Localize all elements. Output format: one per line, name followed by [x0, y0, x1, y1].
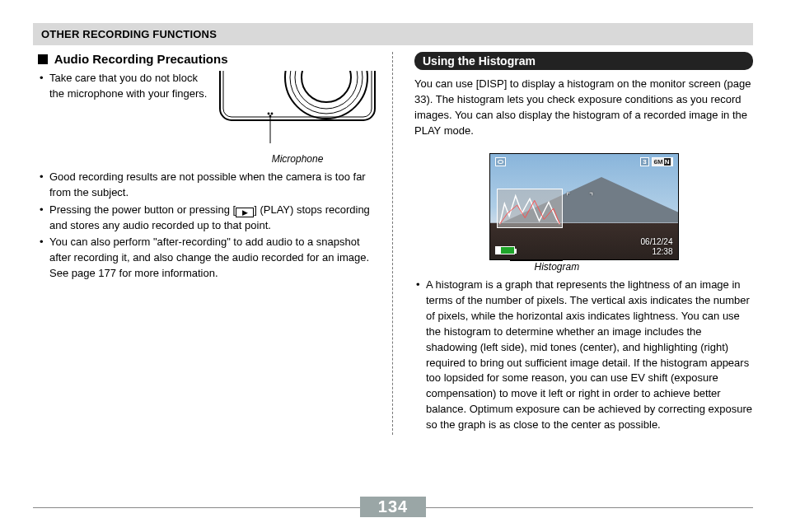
image-size-label: 6M	[654, 158, 663, 166]
lcd-screen: 3 6MN ⌜ ⌝ 06/12/24 12:38	[489, 153, 679, 260]
two-column-layout: Audio Recording Precautions Take care th…	[33, 52, 753, 435]
svg-point-8	[269, 115, 272, 118]
page-number: 134	[360, 497, 426, 517]
top-bullet-list: Take care that you do not block the micr…	[38, 71, 211, 104]
camera-illustration	[219, 71, 376, 149]
precaution-bullet-list: Good recording results are not possible …	[38, 170, 376, 282]
left-column: Audio Recording Precautions Take care th…	[33, 52, 393, 435]
square-bullet-icon	[38, 54, 48, 64]
lcd-datetime: 06/12/24 12:38	[641, 237, 673, 256]
camera-mode-icon	[495, 157, 506, 166]
lcd-figure: 3 6MN ⌜ ⌝ 06/12/24 12:38	[489, 153, 679, 273]
svg-point-2	[285, 71, 367, 119]
section-header-text: OTHER RECORDING FUNCTIONS	[41, 28, 217, 40]
section-header: OTHER RECORDING FUNCTIONS	[33, 23, 753, 45]
svg-point-6	[268, 113, 270, 115]
camera-figure: Microphone	[219, 71, 376, 165]
section-title-histogram: Using the Histogram	[414, 52, 753, 70]
image-size-badge: 6MN	[652, 157, 673, 166]
image-quality-label: N	[664, 158, 671, 166]
svg-point-7	[271, 113, 274, 115]
right-column: Using the Histogram You can use [DISP] t…	[393, 52, 753, 435]
lcd-date: 06/12/24	[641, 237, 673, 247]
section-title-text: Using the Histogram	[423, 54, 536, 68]
play-icon: ▶	[236, 208, 254, 217]
subheading-audio-precautions: Audio Recording Precautions	[38, 52, 376, 66]
lcd-time: 12:38	[641, 247, 673, 257]
microphone-caption: Microphone	[219, 153, 376, 165]
bullet-item: Pressing the power button or pressing [▶…	[38, 203, 376, 234]
bullet-item: Take care that you do not block the micr…	[38, 71, 211, 102]
shots-remaining: 3	[640, 157, 648, 166]
svg-point-5	[302, 71, 351, 102]
bullet-item: Good recording results are not possible …	[38, 170, 376, 201]
battery-icon	[495, 246, 515, 254]
histogram-overlay	[497, 189, 563, 228]
subheading-text: Audio Recording Precautions	[54, 52, 228, 66]
histogram-caption: Histogram	[535, 261, 679, 273]
bullet-item: You can also perform "after-recording" t…	[38, 235, 376, 282]
bullet-item: A histogram is a graph that represents t…	[414, 278, 753, 432]
lcd-top-row: 3 6MN	[490, 157, 678, 166]
lcd-top-right: 3 6MN	[640, 157, 672, 166]
histogram-bullet-list: A histogram is a graph that represents t…	[414, 278, 753, 432]
svg-rect-1	[223, 71, 372, 117]
intro-paragraph: You can use [DISP] to display a histogra…	[414, 77, 753, 138]
page-footer: 134	[33, 497, 753, 517]
precaution-row: Take care that you do not block the micr…	[38, 71, 376, 165]
